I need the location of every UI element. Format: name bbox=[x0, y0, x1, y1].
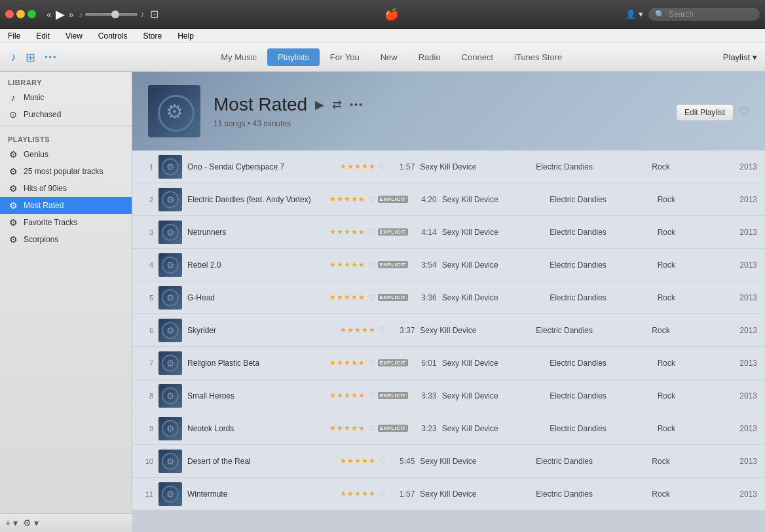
track-year: 2013 bbox=[731, 359, 757, 368]
track-heart-button[interactable]: ♡ bbox=[379, 326, 386, 335]
playlist-dropdown-button[interactable]: Playlist ▾ bbox=[723, 52, 757, 62]
sidebar-item-scorpions-label: Scorpions bbox=[24, 235, 58, 244]
track-rating-actions: ★★★★★ ♡ bbox=[340, 162, 386, 171]
more-icon-button[interactable]: ••• bbox=[42, 50, 60, 65]
sidebar-item-90s[interactable]: ⚙ Hits of 90ies bbox=[0, 180, 132, 197]
tab-playlists[interactable]: Playlists bbox=[267, 48, 320, 66]
track-rating-actions: ★★★★★ ♡ EXPLICIT bbox=[329, 424, 408, 433]
popular-icon: ⚙ bbox=[8, 166, 18, 177]
sidebar-item-favorite[interactable]: ⚙ Favorite Tracks bbox=[0, 214, 132, 231]
menu-view[interactable]: View bbox=[63, 30, 85, 42]
track-stars[interactable]: ★★★★★ bbox=[329, 359, 365, 367]
track-album: Electric Dandies bbox=[536, 489, 646, 499]
search-box[interactable]: 🔍 bbox=[648, 8, 760, 21]
track-artist: Sexy Kill Device bbox=[442, 359, 545, 368]
playlist-play-button[interactable]: ▶ bbox=[315, 98, 324, 112]
sidebar-item-popular[interactable]: ⚙ 25 most popular tracks bbox=[0, 163, 132, 180]
music-note-icon: ♪ bbox=[8, 92, 18, 103]
account-button[interactable]: 👤 ▾ bbox=[625, 9, 643, 19]
menu-file[interactable]: File bbox=[5, 30, 23, 42]
sidebar-item-purchased[interactable]: ⊙ Purchased bbox=[0, 106, 132, 123]
volume-slider-track[interactable] bbox=[85, 13, 138, 16]
tab-radio[interactable]: Radio bbox=[408, 48, 451, 66]
menu-store[interactable]: Store bbox=[141, 30, 165, 42]
track-stars[interactable]: ★★★★★ bbox=[329, 391, 365, 400]
menu-help[interactable]: Help bbox=[175, 30, 196, 42]
track-row[interactable]: 2 Electric Dandies (feat. Andy Vortex) ★… bbox=[132, 183, 765, 216]
tab-new[interactable]: New bbox=[370, 48, 408, 66]
track-album: Electric Dandies bbox=[536, 326, 646, 335]
play-button[interactable]: ▶ bbox=[56, 7, 65, 22]
track-genre: Rock bbox=[658, 359, 726, 368]
track-rating-actions: ★★★★★ ♡ bbox=[340, 326, 386, 335]
track-name: Netrunners bbox=[187, 228, 324, 237]
playlist-title: Most Rated bbox=[214, 94, 307, 115]
track-genre: Rock bbox=[658, 260, 726, 270]
menu-controls[interactable]: Controls bbox=[96, 30, 130, 42]
sidebar-item-most-rated[interactable]: ⚙ Most Rated bbox=[0, 197, 132, 214]
track-heart-button[interactable]: ♡ bbox=[379, 162, 386, 171]
track-row[interactable]: 9 Neotek Lords ★★★★★ ♡ EXPLICIT 3:23 Sex… bbox=[132, 412, 765, 445]
track-stars[interactable]: ★★★★★ bbox=[340, 489, 376, 498]
track-row[interactable]: 11 Wintermute ★★★★★ ♡ 1:57 Sexy Kill Dev… bbox=[132, 478, 765, 510]
track-row[interactable]: 6 Skyrider ★★★★★ ♡ 3:37 Sexy Kill Device… bbox=[132, 314, 765, 347]
fastforward-button[interactable]: » bbox=[69, 9, 74, 20]
sidebar-item-90s-label: Hits of 90ies bbox=[24, 184, 67, 193]
screen-button[interactable]: ⊡ bbox=[150, 8, 159, 20]
volume-control[interactable]: ♪ ♪ bbox=[79, 9, 145, 19]
track-row[interactable]: 7 Religion Plastic Beta ★★★★★ ♡ EXPLICIT… bbox=[132, 347, 765, 380]
search-input[interactable] bbox=[669, 10, 754, 19]
tab-connect[interactable]: Connect bbox=[451, 48, 504, 66]
music-icon-button[interactable]: ♪ bbox=[8, 48, 19, 67]
track-heart-button[interactable]: ♡ bbox=[368, 260, 375, 270]
sidebar-settings-button[interactable]: ⚙ ▾ bbox=[23, 518, 39, 528]
track-year: 2013 bbox=[731, 260, 757, 270]
track-heart-button[interactable]: ♡ bbox=[379, 489, 386, 499]
playlist-shuffle-button[interactable]: ⇄ bbox=[332, 98, 342, 112]
track-number: 3 bbox=[140, 228, 153, 236]
track-stars[interactable]: ★★★★★ bbox=[340, 457, 376, 465]
sidebar-item-music[interactable]: ♪ Music bbox=[0, 89, 132, 106]
track-stars[interactable]: ★★★★★ bbox=[329, 195, 365, 204]
track-stars[interactable]: ★★★★★ bbox=[329, 260, 365, 269]
track-row[interactable]: 3 Netrunners ★★★★★ ♡ EXPLICIT 4:14 Sexy … bbox=[132, 216, 765, 249]
playlist-heart-button[interactable]: ♡ bbox=[739, 104, 749, 118]
track-rating-actions: ★★★★★ ♡ EXPLICIT bbox=[329, 359, 408, 368]
volume-slider-thumb[interactable] bbox=[111, 10, 119, 18]
track-heart-button[interactable]: ♡ bbox=[379, 457, 386, 466]
track-stars[interactable]: ★★★★★ bbox=[340, 162, 376, 171]
grid-icon-button[interactable]: ⊞ bbox=[23, 48, 38, 67]
track-stars[interactable]: ★★★★★ bbox=[329, 293, 365, 302]
track-heart-button[interactable]: ♡ bbox=[368, 359, 375, 368]
rewind-button[interactable]: « bbox=[47, 9, 52, 20]
playlist-more-button[interactable]: ••• bbox=[350, 99, 364, 110]
minimize-button[interactable] bbox=[16, 10, 25, 18]
track-row[interactable]: 5 G-Head ★★★★★ ♡ EXPLICIT 3:36 Sexy Kill… bbox=[132, 281, 765, 314]
track-heart-button[interactable]: ♡ bbox=[368, 293, 375, 302]
tab-my-music[interactable]: My Music bbox=[210, 48, 267, 66]
close-button[interactable] bbox=[5, 10, 14, 18]
sidebar-item-genius[interactable]: ⚙ Genius bbox=[0, 146, 132, 163]
track-artwork bbox=[159, 155, 182, 179]
track-heart-button[interactable]: ♡ bbox=[368, 391, 375, 400]
add-playlist-button[interactable]: + ▾ bbox=[5, 518, 18, 528]
tab-for-you[interactable]: For You bbox=[320, 48, 370, 66]
track-heart-button[interactable]: ♡ bbox=[368, 424, 375, 433]
track-heart-button[interactable]: ♡ bbox=[368, 228, 375, 237]
playlist-header: Most Rated ▶ ⇄ ••• 11 songs • 43 minutes… bbox=[132, 72, 765, 151]
track-name: Electric Dandies (feat. Andy Vortex) bbox=[187, 195, 324, 204]
tab-itunes-store[interactable]: iTunes Store bbox=[504, 48, 572, 66]
track-row[interactable]: 1 Ono - Sendai Cyberspace 7 ★★★★★ ♡ 1:57… bbox=[132, 151, 765, 183]
track-stars[interactable]: ★★★★★ bbox=[329, 228, 365, 236]
sidebar-item-scorpions[interactable]: ⚙ Scorpions bbox=[0, 231, 132, 248]
edit-playlist-button[interactable]: Edit Playlist bbox=[676, 104, 734, 121]
track-duration: 1:57 bbox=[391, 489, 415, 499]
track-row[interactable]: 10 Desert of the Real ★★★★★ ♡ 5:45 Sexy … bbox=[132, 445, 765, 478]
track-row[interactable]: 4 Rebel 2.0 ★★★★★ ♡ EXPLICIT 3:54 Sexy K… bbox=[132, 249, 765, 281]
track-heart-button[interactable]: ♡ bbox=[368, 195, 375, 204]
track-stars[interactable]: ★★★★★ bbox=[329, 424, 365, 433]
menu-edit[interactable]: Edit bbox=[33, 30, 52, 42]
track-row[interactable]: 8 Small Heroes ★★★★★ ♡ EXPLICIT 3:33 Sex… bbox=[132, 380, 765, 412]
maximize-button[interactable] bbox=[28, 10, 36, 18]
track-stars[interactable]: ★★★★★ bbox=[340, 326, 376, 334]
